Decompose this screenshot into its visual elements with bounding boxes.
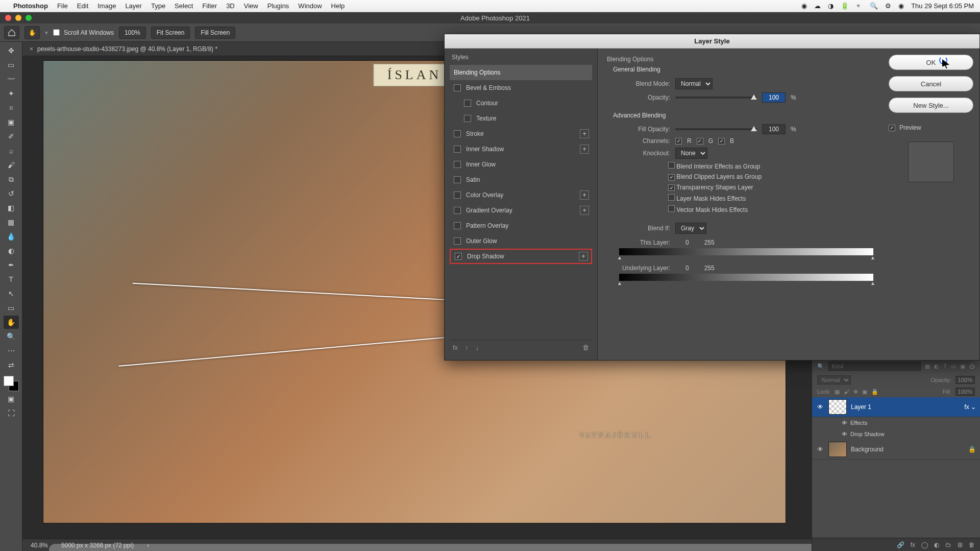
underlying-layer-gradient[interactable]: ▲ ▲ — [619, 274, 873, 281]
style-gradient-overlay[interactable]: Gradient Overlay+ — [450, 203, 592, 218]
control-center-icon[interactable]: ⚙ — [885, 2, 891, 10]
clone-stamp-tool[interactable]: ⧉ — [4, 173, 19, 186]
fx-menu-icon[interactable]: fx — [453, 344, 458, 351]
blend-mode-select[interactable]: Normal — [817, 375, 851, 385]
marquee-tool[interactable]: ▭ — [4, 58, 19, 71]
style-stroke[interactable]: Stroke+ — [450, 126, 592, 141]
foreground-background-colors[interactable] — [4, 376, 19, 391]
lock-position-icon[interactable]: ✥ — [853, 389, 858, 395]
home-button[interactable] — [4, 26, 19, 39]
channel-b-checkbox[interactable] — [718, 138, 725, 145]
layer-effect-drop-shadow[interactable]: 👁 Drop Shadow — [812, 428, 980, 440]
style-outer-glow[interactable]: Outer Glow — [450, 233, 592, 249]
add-inner-shadow-icon[interactable]: + — [580, 145, 589, 154]
dodge-tool[interactable]: ◐ — [4, 244, 19, 257]
layer-filter-input[interactable] — [828, 362, 921, 371]
quick-select-tool[interactable]: ✦ — [4, 87, 19, 100]
ok-button[interactable]: OK — [889, 55, 973, 70]
add-color-overlay-icon[interactable]: + — [580, 190, 589, 200]
menu-3d[interactable]: 3D — [226, 2, 235, 10]
mac-dock[interactable] — [49, 544, 931, 551]
zoom-tool[interactable]: 🔍 — [4, 330, 19, 343]
add-drop-shadow-icon[interactable]: + — [579, 252, 588, 261]
spotlight-icon[interactable]: 🔍 — [870, 2, 878, 10]
layer-item-background[interactable]: 👁 Background 🔒 — [812, 440, 980, 460]
filter-toggle-icon[interactable]: ⏻ — [969, 363, 975, 369]
this-layer-gradient[interactable]: ▲ ▲ — [619, 248, 873, 255]
style-pattern-overlay[interactable]: Pattern Overlay — [450, 218, 592, 233]
menu-filter[interactable]: Filter — [202, 2, 217, 10]
layer-mask-hides-checkbox[interactable] — [668, 194, 675, 201]
edit-toolbar[interactable]: ⇄ — [4, 358, 19, 372]
knockout-select[interactable]: None — [675, 148, 707, 159]
menu-type[interactable]: Type — [151, 2, 165, 10]
filter-adjust-icon[interactable]: ◐ — [934, 363, 939, 370]
menu-window[interactable]: Window — [298, 2, 322, 10]
opacity-input[interactable]: 100 — [762, 92, 786, 103]
new-layer-icon[interactable]: ⊞ — [958, 541, 963, 548]
filter-smart-icon[interactable]: ▣ — [960, 363, 965, 370]
hand-tool-button[interactable]: ✋ — [24, 26, 40, 39]
transparency-shapes-checkbox[interactable] — [668, 184, 675, 191]
effect-visibility-icon[interactable]: 👁 — [842, 431, 847, 437]
crop-tool[interactable]: ⌗ — [4, 101, 19, 114]
vector-mask-hides-checkbox[interactable] — [668, 205, 675, 212]
slider-handle-icon[interactable]: ▲ — [617, 255, 622, 260]
cancel-button[interactable]: Cancel — [889, 76, 973, 91]
eraser-tool[interactable]: ◧ — [4, 201, 19, 214]
style-contour[interactable]: Contour — [450, 95, 592, 111]
fx-badge-icon[interactable]: fx ⌄ — [964, 403, 976, 411]
layer-thumbnail[interactable] — [828, 399, 847, 415]
menu-help[interactable]: Help — [331, 2, 345, 10]
search-icon[interactable]: 🔍 — [817, 363, 824, 370]
layer-mask-icon[interactable]: ◯ — [921, 541, 928, 548]
preview-checkbox[interactable] — [889, 125, 895, 131]
menu-edit[interactable]: Edit — [77, 2, 88, 10]
more-tools[interactable]: ⋯ — [4, 344, 19, 357]
layer-fill-value[interactable]: 100% — [955, 388, 975, 396]
effects-visibility-icon[interactable]: 👁 — [842, 420, 847, 426]
visibility-toggle-icon[interactable]: 👁 — [816, 403, 824, 411]
style-texture[interactable]: Texture — [450, 111, 592, 126]
move-down-icon[interactable]: ↓ — [476, 344, 479, 351]
lock-pixels-icon[interactable]: 🖌 — [844, 389, 849, 395]
menu-layer[interactable]: Layer — [125, 2, 142, 10]
eyedropper-tool[interactable]: ✐ — [4, 130, 19, 143]
visibility-toggle-icon[interactable]: 👁 — [816, 446, 824, 453]
lock-artboard-icon[interactable]: ▣ — [862, 389, 867, 395]
move-tool[interactable]: ✥ — [4, 44, 19, 57]
zoom-100-button[interactable]: 100% — [119, 27, 146, 39]
menu-view[interactable]: View — [244, 2, 258, 10]
window-close-button[interactable] — [5, 15, 11, 21]
layer-fx-icon[interactable]: fx — [911, 541, 915, 548]
wifi-icon[interactable]: ᯤ — [856, 2, 863, 10]
lock-transparency-icon[interactable]: ▦ — [835, 389, 840, 395]
layer-opacity-value[interactable]: 100% — [955, 376, 975, 384]
menu-plugins[interactable]: Plugins — [267, 2, 289, 10]
menu-select[interactable]: Select — [175, 2, 193, 10]
lasso-tool[interactable]: 〰 — [4, 73, 19, 86]
style-color-overlay[interactable]: Color Overlay+ — [450, 187, 592, 203]
filter-pixel-icon[interactable]: ▦ — [925, 363, 930, 370]
fill-screen-button[interactable]: Fill Screen — [195, 27, 235, 39]
style-inner-glow[interactable]: Inner Glow — [450, 157, 592, 172]
link-layers-icon[interactable]: 🔗 — [897, 541, 904, 548]
hand-tool[interactable]: ✋ — [4, 316, 19, 329]
slider-handle-icon[interactable]: ▲ — [617, 280, 622, 286]
move-up-icon[interactable]: ↑ — [465, 344, 469, 351]
filter-type-icon[interactable]: T — [943, 363, 947, 369]
channel-r-checkbox[interactable] — [675, 138, 682, 145]
battery-icon[interactable]: 🔋 — [841, 2, 849, 10]
layer-item-layer1[interactable]: 👁 Layer 1 fx ⌄ — [812, 397, 980, 417]
gradient-tool[interactable]: ▦ — [4, 215, 19, 229]
fill-opacity-input[interactable]: 100 — [762, 124, 786, 134]
shape-tool[interactable]: ▭ — [4, 301, 19, 315]
cloud-icon[interactable]: ☁ — [814, 2, 821, 10]
record-icon[interactable]: ◉ — [801, 2, 807, 10]
menu-image[interactable]: Image — [97, 2, 116, 10]
slider-handle-icon[interactable]: ▲ — [870, 280, 875, 286]
style-blending-options[interactable]: Blending Options — [450, 65, 592, 80]
menubar-app-name[interactable]: Photoshop — [13, 2, 48, 10]
sync-icon[interactable]: ◑ — [828, 2, 834, 10]
healing-brush-tool[interactable]: ⌕ — [4, 144, 19, 157]
